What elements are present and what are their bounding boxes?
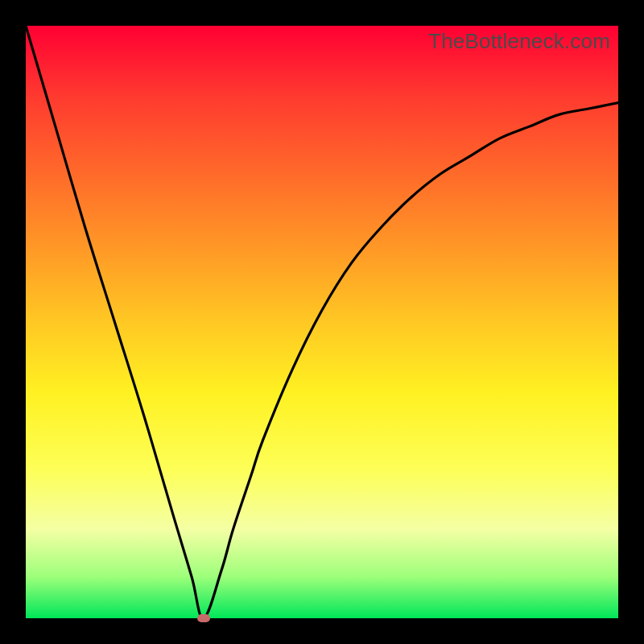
bottleneck-curve-path	[26, 26, 618, 618]
chart-plot-area: TheBottleneck.com	[26, 26, 618, 618]
chart-frame: TheBottleneck.com	[0, 0, 644, 644]
curve-svg	[26, 26, 618, 618]
watermark-text: TheBottleneck.com	[428, 29, 610, 54]
minimum-marker	[197, 614, 210, 622]
